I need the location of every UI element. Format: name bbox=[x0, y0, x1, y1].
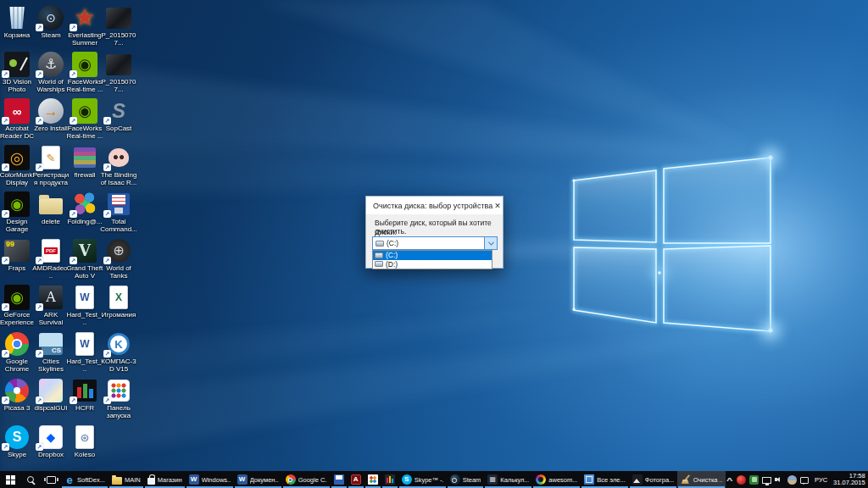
desktop-icon-label: firewall bbox=[66, 172, 103, 180]
desktop-icon[interactable]: A ARK Survival Evolved bbox=[34, 285, 68, 331]
photos-taskbar-button[interactable]: Фотогра... bbox=[629, 471, 677, 488]
desktop-icon[interactable]: ✎ Регистрация продукта ... bbox=[34, 145, 68, 191]
taskbar-app-label: Очистка ... bbox=[693, 476, 722, 484]
drive-option[interactable]: (C:) bbox=[373, 251, 492, 260]
store-taskbar-button[interactable]: Магазин bbox=[144, 471, 186, 488]
desktop-icon[interactable]: Picasa 3 bbox=[0, 378, 34, 424]
desktop-icon[interactable]: → Zero Install bbox=[34, 98, 68, 145]
desktop-icon[interactable]: ◉ FaceWorks Real-time ... bbox=[68, 98, 102, 145]
combobox-dropdown-button[interactable] bbox=[484, 237, 497, 249]
desktop-icon[interactable]: ★ Everlasting Summer bbox=[68, 5, 102, 52]
search-button[interactable] bbox=[20, 471, 41, 488]
desktop-icon[interactable]: W Hard_Test_... bbox=[68, 285, 102, 331]
drive-option[interactable]: (D:) bbox=[373, 260, 492, 269]
desktop-icon[interactable]: V Grand Theft Auto V bbox=[68, 238, 102, 285]
media-app-taskbar-button[interactable] bbox=[381, 471, 398, 488]
word-taskbar-button[interactable]: W Windows... bbox=[186, 471, 234, 488]
desktop-icon-label: SopCast bbox=[100, 125, 137, 133]
drive-combobox[interactable]: (C:) bbox=[372, 236, 498, 250]
taskbar-app-label: Google C... bbox=[298, 476, 327, 484]
desktop-icon-label: Cities Skylines bbox=[32, 358, 70, 373]
show-hidden-icons-button[interactable]: ^ bbox=[724, 476, 735, 485]
shortcut-arrow-icon bbox=[2, 164, 9, 171]
desktop-icon[interactable]: ◉ Design Garage bbox=[0, 191, 34, 238]
desktop-icon-label: 3D Vision Photo Viewer bbox=[0, 79, 36, 93]
desktop-icon[interactable]: PDF AMDRadeo... 300_Series_... bbox=[34, 238, 68, 285]
koleso-document-icon: ⊛ bbox=[75, 425, 94, 449]
disk-cleanup-taskbar-button[interactable]: Очистка ... bbox=[677, 471, 726, 488]
desktop-icon[interactable]: K КОМПАС-3D V15 bbox=[102, 331, 136, 378]
close-icon: ✕ bbox=[494, 202, 501, 210]
shortcut-arrow-icon bbox=[2, 303, 9, 311]
desktop-icon[interactable]: ⚓ World of Warships bbox=[34, 52, 68, 98]
control-panel-taskbar-button[interactable]: Все эле... bbox=[581, 471, 628, 488]
desktop-icon-label: КОМПАС-3D V15 bbox=[100, 358, 137, 373]
desktop-icon[interactable]: X Игромания bbox=[102, 285, 136, 331]
word-taskbar-button[interactable]: W Докумен... bbox=[234, 471, 282, 488]
start-button[interactable] bbox=[0, 471, 20, 488]
shortcut-arrow-icon bbox=[70, 70, 77, 78]
taskbar: e SoftDex... MAIN Магазин W Windows... bbox=[0, 471, 868, 488]
desktop-icon[interactable]: ◉ GeForce Experience bbox=[0, 285, 34, 331]
steam-taskbar-button[interactable]: Steam bbox=[447, 471, 485, 488]
desktop-icon[interactable]: Панель запуска пр... bbox=[102, 378, 136, 424]
taskbar-app-icon bbox=[632, 474, 643, 485]
desktop-icon[interactable]: 3D Vision Photo Viewer bbox=[0, 52, 34, 98]
desktop-icon[interactable]: Google Chrome bbox=[0, 331, 34, 378]
tray-green-app-icon[interactable] bbox=[749, 475, 759, 485]
desktop-icon[interactable]: S Skype bbox=[0, 424, 34, 471]
task-view-button[interactable] bbox=[41, 471, 61, 488]
desktop-icon[interactable]: ⊛ Koleso bbox=[68, 424, 102, 471]
action-center-icon[interactable] bbox=[800, 477, 809, 484]
desktop-icon-label: World of Warships bbox=[32, 79, 70, 93]
clock[interactable]: 17:58 31.07.2015 bbox=[833, 473, 867, 486]
shortcut-arrow-icon bbox=[103, 210, 111, 218]
awesomium-taskbar-button[interactable]: awesom... bbox=[532, 471, 581, 488]
desktop-icon[interactable]: P_20150707... bbox=[102, 52, 136, 98]
launcher-panel-taskbar-button[interactable] bbox=[364, 471, 381, 488]
tray-red-app-icon[interactable] bbox=[737, 475, 746, 485]
edge-taskbar-button[interactable]: e SoftDex... bbox=[61, 471, 108, 488]
acrobat-taskbar-button[interactable]: A bbox=[348, 471, 364, 488]
desktop-icon[interactable]: Total Command... bbox=[102, 191, 136, 238]
desktop-icon-label: P_20150707... bbox=[100, 79, 137, 93]
desktop-icon[interactable]: ◎ ColorMunki Display bbox=[0, 145, 34, 191]
desktop-icon[interactable]: Корзина bbox=[0, 5, 34, 52]
calculator-taskbar-button[interactable]: ▦ Калькул... bbox=[484, 471, 532, 488]
taskbar-app-icon bbox=[286, 474, 296, 485]
total-commander-taskbar-button[interactable] bbox=[331, 471, 348, 488]
shortcut-arrow-icon bbox=[2, 70, 9, 78]
language-indicator[interactable]: РУС bbox=[812, 476, 830, 484]
desktop-icon[interactable]: ∞ Acrobat Reader DC bbox=[0, 98, 34, 145]
shortcut-arrow-icon bbox=[70, 396, 77, 404]
desktop-icon-label: Koleso bbox=[66, 452, 103, 459]
desktop-icon[interactable]: ⊕ World of Tanks bbox=[102, 238, 136, 285]
desktop-icon[interactable]: P_20150707... bbox=[102, 5, 136, 52]
drive-icon bbox=[376, 241, 384, 247]
desktop-icon[interactable]: W Hard_Test_... bbox=[68, 331, 102, 378]
desktop-icon[interactable]: The Binding of Isaac R... bbox=[102, 145, 136, 191]
shortcut-arrow-icon bbox=[70, 24, 77, 31]
desktop-icon[interactable]: delete bbox=[34, 191, 68, 238]
taskbar-app-icon: W bbox=[237, 474, 248, 485]
desktop-icon[interactable]: dispcalGUI bbox=[34, 378, 68, 424]
desktop-icon[interactable]: ◆ Dropbox bbox=[34, 424, 68, 471]
tray-globe-app-icon[interactable] bbox=[787, 475, 797, 485]
desktop-icon[interactable]: 99 Fraps bbox=[0, 238, 34, 285]
desktop-icon[interactable]: ◉ FaceWorks Real-time ... bbox=[68, 52, 102, 98]
folder-main-taskbar-button[interactable]: MAIN bbox=[108, 471, 144, 488]
folder-icon bbox=[39, 198, 63, 214]
close-button[interactable]: ✕ bbox=[492, 197, 503, 214]
desktop-icon[interactable]: S SopCast bbox=[102, 98, 136, 145]
volume-icon[interactable] bbox=[775, 475, 784, 485]
chrome-taskbar-button[interactable]: Google C... bbox=[282, 471, 331, 488]
desktop-icon[interactable]: CS Cities Skylines bbox=[34, 331, 68, 378]
network-icon[interactable] bbox=[762, 477, 771, 484]
desktop-icon[interactable]: firewall bbox=[68, 145, 102, 191]
desktop-icon[interactable]: ⊙ Steam bbox=[34, 5, 68, 52]
desktop-icon[interactable]: HCFR bbox=[68, 378, 102, 424]
dialog-titlebar[interactable]: Очистка диска: выбор устройства ✕ bbox=[366, 197, 503, 214]
desktop-icon[interactable]: Folding@... bbox=[68, 191, 102, 238]
shortcut-arrow-icon bbox=[36, 443, 43, 451]
skype-taskbar-button[interactable]: S Skype™ -... bbox=[398, 471, 447, 488]
